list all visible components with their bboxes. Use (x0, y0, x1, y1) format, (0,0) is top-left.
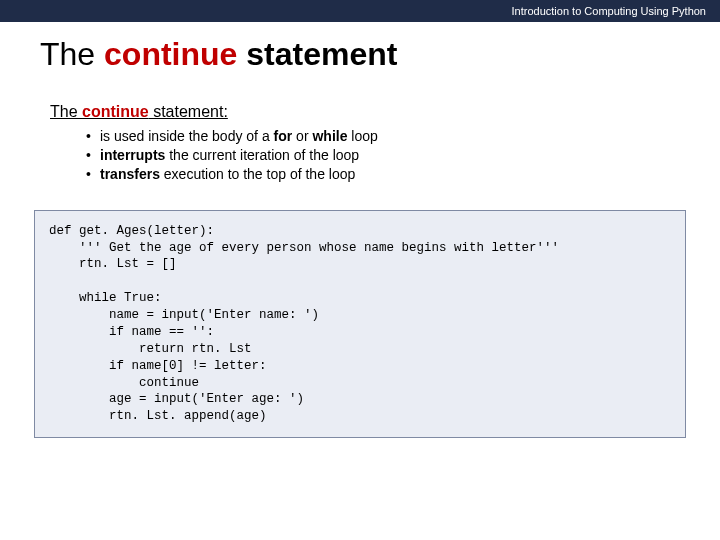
bullet-text: is used inside the body of a (100, 128, 274, 144)
list-item: is used inside the body of a for or whil… (86, 127, 670, 146)
header-bar: Introduction to Computing Using Python (0, 0, 720, 22)
subheading-suffix: statement: (149, 103, 228, 120)
title-area: The continue statement (0, 22, 720, 83)
bullet-text: or (292, 128, 312, 144)
subheading-prefix: The (50, 103, 82, 120)
course-label: Introduction to Computing Using Python (512, 5, 706, 17)
bullet-keyword: transfers (100, 166, 160, 182)
bullet-text: execution to the top of the loop (160, 166, 355, 182)
subheading-keyword: continue (82, 103, 149, 120)
bullet-keyword: while (312, 128, 347, 144)
bullet-keyword: for (274, 128, 293, 144)
title-keyword: continue (104, 36, 237, 72)
slide-title: The continue statement (40, 36, 680, 73)
bullet-list: is used inside the body of a for or whil… (50, 127, 670, 184)
content-area: The continue statement: is used inside t… (0, 83, 720, 184)
list-item: transfers execution to the top of the lo… (86, 165, 670, 184)
code-block: def get. Ages(letter): ''' Get the age o… (34, 210, 686, 439)
sub-heading: The continue statement: (50, 103, 670, 121)
bullet-keyword: interrupts (100, 147, 165, 163)
title-prefix: The (40, 36, 104, 72)
list-item: interrupts the current iteration of the … (86, 146, 670, 165)
bullet-text: the current iteration of the loop (165, 147, 359, 163)
title-suffix: statement (237, 36, 397, 72)
bullet-text: loop (347, 128, 377, 144)
